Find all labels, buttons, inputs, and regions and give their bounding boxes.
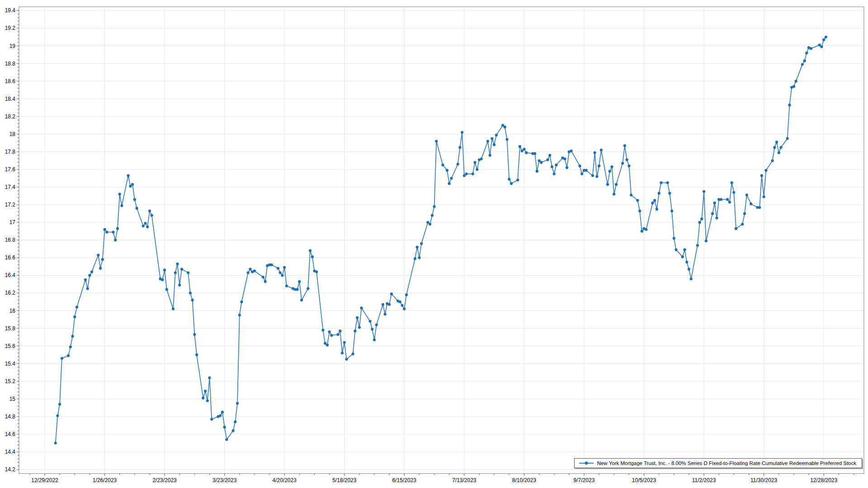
svg-text:17.6: 17.6	[5, 166, 16, 173]
axis-ticks	[17, 10, 854, 476]
svg-text:2/23/2023: 2/23/2023	[152, 477, 177, 483]
svg-text:18.8: 18.8	[5, 61, 16, 67]
svg-text:17.4: 17.4	[5, 184, 16, 190]
svg-text:4/20/2023: 4/20/2023	[273, 477, 297, 483]
svg-text:6/15/2023: 6/15/2023	[392, 477, 417, 483]
svg-text:17: 17	[9, 219, 16, 225]
svg-text:5/18/2023: 5/18/2023	[332, 477, 357, 483]
svg-text:14.8: 14.8	[5, 413, 16, 420]
svg-text:14.6: 14.6	[5, 431, 16, 437]
legend-marker-icon	[579, 460, 594, 466]
svg-text:7/13/2023: 7/13/2023	[452, 477, 476, 483]
svg-text:19.4: 19.4	[5, 7, 16, 14]
svg-text:17.8: 17.8	[5, 149, 16, 155]
svg-text:19: 19	[9, 43, 16, 49]
svg-text:12/28/2023: 12/28/2023	[810, 477, 837, 483]
svg-text:16.4: 16.4	[5, 272, 16, 278]
svg-text:19.2: 19.2	[5, 25, 16, 31]
svg-text:16.2: 16.2	[5, 290, 16, 296]
svg-text:15: 15	[9, 396, 16, 402]
chart-canvas: 14.214.414.614.81515.215.415.615.81616.2…	[0, 0, 868, 488]
svg-text:14.4: 14.4	[5, 449, 16, 455]
svg-text:16: 16	[9, 308, 16, 314]
svg-text:16.8: 16.8	[5, 237, 16, 243]
chart-legend: New York Mortgage Trust, Inc. - 8.00% Se…	[574, 458, 862, 468]
svg-text:18.4: 18.4	[5, 96, 16, 102]
svg-text:18.2: 18.2	[5, 113, 16, 120]
svg-text:15.4: 15.4	[5, 361, 16, 367]
gridlines	[19, 7, 864, 474]
svg-text:3/23/2023: 3/23/2023	[212, 477, 237, 483]
svg-text:15.8: 15.8	[5, 325, 16, 332]
svg-text:15.2: 15.2	[5, 378, 16, 385]
svg-text:17.2: 17.2	[5, 202, 16, 208]
svg-text:11/2/2023: 11/2/2023	[692, 477, 716, 483]
svg-text:18: 18	[9, 131, 16, 137]
svg-text:14.2: 14.2	[5, 466, 16, 473]
svg-text:10/5/2023: 10/5/2023	[632, 477, 656, 483]
svg-text:1/26/2023: 1/26/2023	[93, 477, 117, 483]
svg-text:18.6: 18.6	[5, 78, 16, 84]
stock-price-chart: 14.214.414.614.81515.215.415.615.81616.2…	[0, 0, 868, 488]
svg-text:15.6: 15.6	[5, 343, 16, 349]
svg-text:11/30/2023: 11/30/2023	[750, 477, 777, 483]
svg-text:16.6: 16.6	[5, 254, 16, 261]
svg-text:12/29/2022: 12/29/2022	[31, 477, 58, 483]
legend-series-label: New York Mortgage Trust, Inc. - 8.00% Se…	[597, 460, 856, 466]
svg-text:8/10/2023: 8/10/2023	[512, 477, 537, 483]
svg-text:9/7/2023: 9/7/2023	[574, 477, 595, 483]
